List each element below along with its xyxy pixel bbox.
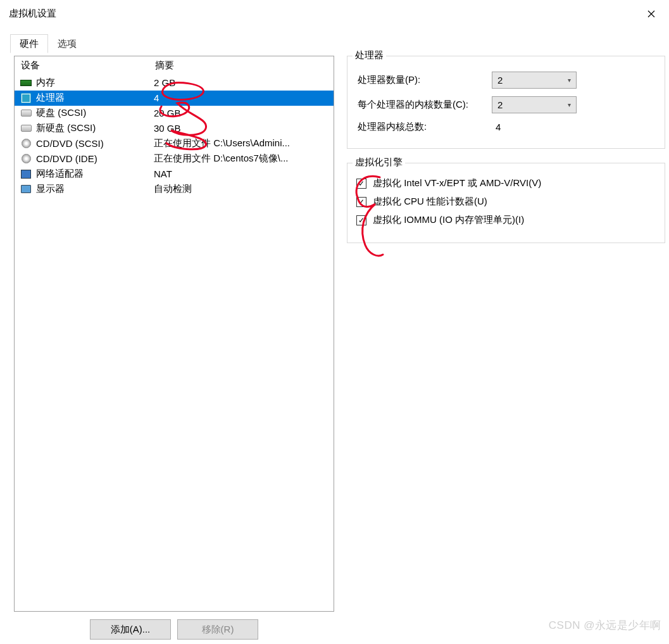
checkbox-icon: ✓: [356, 197, 366, 207]
cores-per-processor-select[interactable]: 2 ▾: [492, 96, 577, 113]
close-icon: [647, 10, 655, 18]
device-summary: 4: [154, 92, 327, 103]
hdd-icon: [20, 108, 32, 119]
device-name: CD/DVD (IDE): [36, 153, 154, 164]
window-title: 虚拟机设置: [9, 8, 56, 20]
device-name: 新硬盘 (SCSI): [36, 122, 154, 134]
close-button[interactable]: [637, 4, 665, 23]
device-summary: 2 GB: [154, 77, 327, 88]
checkbox-icon: ✓: [356, 179, 366, 189]
device-name: CD/DVD (SCSI): [36, 138, 154, 149]
disp-icon: [20, 184, 32, 195]
device-row-net[interactable]: 网络适配器NAT: [15, 167, 334, 182]
button-row: 添加(A)... 移除(R): [14, 619, 334, 640]
tabs: 硬件 选项: [0, 28, 669, 53]
virtualization-fieldset: 虚拟化引擎 ✓ 虚拟化 Intel VT-x/EPT 或 AMD-V/RVI(V…: [347, 163, 665, 243]
device-summary: NAT: [154, 168, 327, 179]
chevron-down-icon: ▾: [568, 101, 571, 108]
add-button[interactable]: 添加(A)...: [90, 619, 171, 640]
device-list: 设备 摘要 内存2 GB处理器4硬盘 (SCSI)20 GB新硬盘 (SCSI)…: [14, 56, 334, 612]
tab-hardware-label: 硬件: [20, 38, 39, 49]
processor-legend: 处理器: [353, 49, 386, 61]
device-row-hdd[interactable]: 新硬盘 (SCSI)30 GB: [15, 121, 334, 136]
titlebar: 虚拟机设置: [0, 0, 669, 28]
header-device: 设备: [21, 60, 155, 72]
processor-count-value: 2: [497, 75, 503, 85]
tab-hardware[interactable]: 硬件: [10, 34, 48, 53]
device-name: 网络适配器: [36, 168, 154, 180]
device-summary: 30 GB: [154, 123, 327, 134]
device-name: 处理器: [36, 92, 154, 104]
watermark: CSDN @永远是少年啊: [549, 618, 661, 633]
tab-options[interactable]: 选项: [48, 34, 86, 53]
remove-button[interactable]: 移除(R): [177, 619, 258, 640]
device-row-cd[interactable]: CD/DVD (IDE)正在使用文件 D:\centos7镜像\...: [15, 151, 334, 167]
device-summary: 正在使用文件 C:\Users\Admini...: [154, 137, 327, 149]
chevron-down-icon: ▾: [568, 77, 571, 84]
virt-iommu-row[interactable]: ✓ 虚拟化 IOMMU (IO 内存管理单元)(I): [356, 214, 656, 226]
tab-options-label: 选项: [58, 38, 77, 49]
ram-icon: [20, 77, 32, 89]
net-icon: [20, 168, 32, 180]
device-list-header: 设备 摘要: [15, 56, 334, 75]
device-name: 硬盘 (SCSI): [36, 107, 154, 119]
device-summary: 正在使用文件 D:\centos7镜像\...: [154, 153, 327, 165]
processor-count-label: 处理器数量(P):: [356, 74, 492, 86]
virt-cpu-counters-label: 虚拟化 CPU 性能计数器(U): [373, 196, 487, 208]
total-cores-label: 处理器内核总数:: [356, 121, 492, 133]
total-cores-value: 4: [492, 122, 501, 132]
remove-button-label: 移除(R): [202, 624, 234, 636]
add-button-label: 添加(A)...: [111, 624, 151, 636]
device-summary: 20 GB: [154, 108, 327, 118]
device-row-hdd[interactable]: 硬盘 (SCSI)20 GB: [15, 106, 334, 121]
processor-count-select[interactable]: 2 ▾: [492, 72, 577, 89]
device-row-cpu[interactable]: 处理器4: [15, 91, 334, 106]
processor-fieldset: 处理器 处理器数量(P): 2 ▾ 每个处理器的内核数量(C): 2 ▾ 处理器…: [347, 56, 665, 149]
virt-cpu-counters-row[interactable]: ✓ 虚拟化 CPU 性能计数器(U): [356, 196, 656, 208]
device-row-disp[interactable]: 显示器自动检测: [15, 182, 334, 197]
virt-vtx-row[interactable]: ✓ 虚拟化 Intel VT-x/EPT 或 AMD-V/RVI(V): [356, 177, 656, 189]
virt-iommu-label: 虚拟化 IOMMU (IO 内存管理单元)(I): [373, 214, 524, 226]
hdd-icon: [20, 123, 32, 134]
device-summary: 自动检测: [154, 183, 327, 195]
header-summary: 摘要: [155, 60, 327, 72]
cd-icon: [20, 153, 32, 165]
device-row-ram[interactable]: 内存2 GB: [15, 75, 334, 91]
checkbox-icon: ✓: [356, 215, 366, 225]
cores-per-processor-value: 2: [497, 99, 503, 110]
device-name: 内存: [36, 77, 154, 89]
device-name: 显示器: [36, 183, 154, 195]
virtualization-legend: 虚拟化引擎: [353, 156, 405, 168]
cpu-icon: [20, 92, 32, 104]
device-row-cd[interactable]: CD/DVD (SCSI)正在使用文件 C:\Users\Admini...: [15, 136, 334, 151]
cd-icon: [20, 138, 32, 149]
cores-per-processor-label: 每个处理器的内核数量(C):: [356, 99, 492, 111]
virt-vtx-label: 虚拟化 Intel VT-x/EPT 或 AMD-V/RVI(V): [373, 177, 541, 189]
